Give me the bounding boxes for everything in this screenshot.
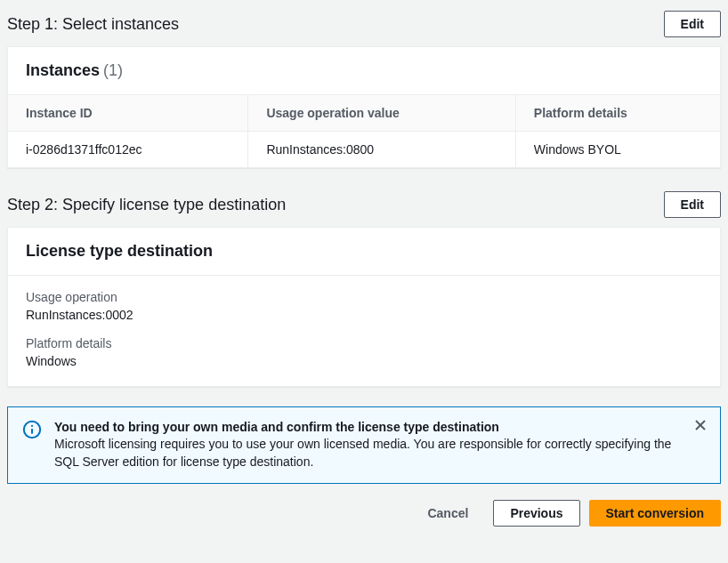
step1-section: Step 1: Select instances Edit Instances …: [0, 0, 728, 181]
svg-point-2: [31, 425, 33, 427]
cell-instance-id: i-0286d1371ffc012ec: [8, 132, 248, 168]
step2-title: Step 2: Specify license type destination: [7, 196, 286, 214]
instances-panel-header: Instances (1): [8, 47, 720, 95]
license-panel-body: Usage operation RunInstances:0002 Platfo…: [8, 276, 720, 386]
step2-edit-button[interactable]: Edit: [664, 191, 721, 218]
step2-section: Step 2: Specify license type destination…: [0, 181, 728, 399]
instances-panel-title: Instances: [26, 61, 100, 79]
license-panel: License type destination Usage operation…: [7, 227, 721, 387]
platform-value: Windows: [26, 354, 702, 368]
col-usage-op: Usage operation value: [248, 95, 515, 132]
step1-title: Step 1: Select instances: [7, 15, 179, 34]
step1-edit-button[interactable]: Edit: [664, 11, 721, 37]
alert-title: You need to bring your own media and con…: [54, 420, 684, 434]
step2-header: Step 2: Specify license type destination…: [7, 188, 721, 227]
license-panel-header: License type destination: [8, 228, 720, 276]
cell-usage-op: RunInstances:0800: [248, 132, 515, 168]
close-icon[interactable]: [693, 418, 709, 434]
table-row: i-0286d1371ffc012ec RunInstances:0800 Wi…: [8, 132, 720, 168]
instances-table: Instance ID Usage operation value Platfo…: [8, 95, 720, 167]
step1-header: Step 1: Select instances Edit: [7, 7, 721, 46]
usage-op-value: RunInstances:0002: [26, 308, 702, 322]
alert-body: Microsoft licensing requires you to use …: [54, 436, 684, 471]
cancel-button[interactable]: Cancel: [411, 501, 484, 526]
start-conversion-button[interactable]: Start conversion: [589, 500, 721, 527]
license-panel-title: License type destination: [26, 242, 213, 260]
platform-label: Platform details: [26, 336, 702, 350]
instances-count: (1): [103, 61, 123, 79]
wizard-footer: Cancel Previous Start conversion: [0, 491, 728, 539]
usage-op-label: Usage operation: [26, 290, 702, 304]
previous-button[interactable]: Previous: [493, 500, 579, 527]
instances-panel: Instances (1) Instance ID Usage operatio…: [7, 46, 721, 168]
info-alert: You need to bring your own media and con…: [7, 406, 721, 484]
col-platform: Platform details: [515, 95, 720, 132]
col-instance-id: Instance ID: [8, 95, 248, 132]
cell-platform: Windows BYOL: [515, 132, 720, 168]
info-icon: [22, 420, 42, 439]
